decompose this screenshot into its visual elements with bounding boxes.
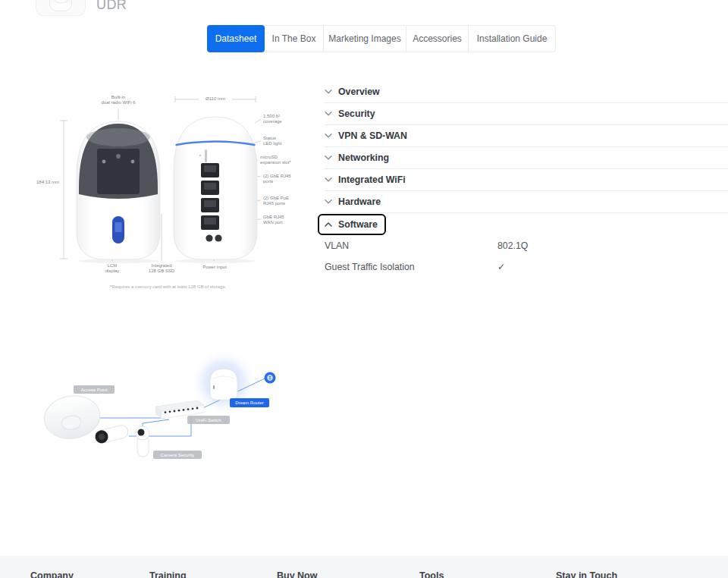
diagram-label-power: Power input	[196, 265, 234, 270]
accordion-section-networking[interactable]: Networking	[325, 147, 728, 169]
label-camera-security: Camera Security	[161, 453, 195, 457]
product-thumbnail-image	[49, 0, 72, 11]
chevron-down-icon	[325, 177, 332, 182]
network-topology-diagram: Access Point UniFi Switch Dream Router C…	[42, 347, 292, 469]
product-thumbnail[interactable]	[36, 0, 86, 16]
power-port	[206, 234, 212, 241]
globe-icon	[265, 372, 276, 384]
diagram-label-microsd: microSD expansion slot*	[260, 155, 297, 165]
chevron-down-icon	[325, 112, 332, 116]
accordion-section-security[interactable]: Security	[325, 103, 728, 125]
accordion-section-label: Security	[338, 108, 375, 119]
accordion-section-integrated-wifi[interactable]: Integrated WiFi	[325, 169, 728, 191]
spec-value: 802.1Q	[497, 240, 528, 251]
accordion-section-hardware[interactable]: Hardware	[325, 191, 728, 213]
page-title: UDR	[96, 0, 127, 13]
microsd-slot	[205, 149, 207, 162]
spec-label: Guest Traffic Isolation	[325, 262, 415, 272]
spec-accordion: Overview Security VPN & SD-WAN Networkin…	[325, 81, 728, 278]
diagram-label-lcm: LCM display	[97, 263, 127, 274]
diagram-footnote: *Requires a memory card with at least 12…	[110, 284, 307, 289]
checkmark-icon: ✓	[497, 262, 505, 272]
accordion-section-software[interactable]: Software	[318, 214, 386, 235]
accordion-section-label: Overview	[338, 86, 380, 97]
spec-label: VLAN	[325, 240, 349, 251]
chevron-down-icon	[325, 199, 332, 204]
accordion-section-label: Integrated WiFi	[338, 174, 406, 185]
product-page: UDR Datasheet In The Box Marketing Image…	[0, 0, 728, 578]
tab-marketing-images[interactable]: Marketing Images	[323, 25, 406, 52]
chevron-down-icon	[325, 90, 332, 94]
diagram-label-gbe-ports: (2) GbE RJ45 ports	[263, 174, 295, 184]
diagram-label-wan-port: GbE RJ45 WAN port	[263, 215, 292, 225]
diagram-label-status-led: Status LED light	[263, 136, 290, 146]
tab-installation-guide[interactable]: Installation Guide	[468, 25, 556, 52]
footer-heading-training: Training	[149, 570, 187, 578]
label-dream-router: Dream Router	[235, 401, 264, 405]
spec-row-vlan: VLAN 802.1Q	[325, 235, 728, 256]
diagram-label-diameter: Ø110 mm	[199, 96, 232, 102]
label-access-point: Access Point	[81, 388, 108, 392]
access-point-device	[41, 392, 103, 443]
accordion-section-label: VPN & SD-WAN	[338, 130, 407, 141]
footer: Company Training Buy Now Tools Stay in T…	[0, 556, 728, 578]
chevron-up-icon	[325, 222, 332, 227]
footer-heading-stay-in-touch: Stay in Touch	[556, 570, 617, 578]
accordion-section-label: Hardware	[338, 196, 381, 207]
tab-bar: Datasheet In The Box Marketing Images Ac…	[207, 25, 556, 52]
spec-row-guest-traffic-isolation: Guest Traffic Isolation ✓	[325, 256, 728, 278]
accordion-section-overview[interactable]: Overview	[325, 81, 728, 103]
router-front-cutaway-view	[77, 121, 160, 259]
tab-in-the-box[interactable]: In The Box	[264, 25, 324, 52]
diagram-label-ssd: Integrated 128 GB SSD	[144, 263, 179, 274]
tab-datasheet[interactable]: Datasheet	[207, 25, 265, 52]
diagram-label-coverage: 1,500 ft² coverage	[263, 114, 292, 124]
footer-heading-tools: Tools	[419, 570, 444, 578]
diagram-label-builtin-wifi: Built-in dual radio WiFi 6	[97, 95, 140, 105]
accordion-section-label: Networking	[338, 152, 389, 163]
compact-camera-device	[136, 426, 149, 457]
footer-heading-buy-now: Buy Now	[277, 570, 317, 578]
diagram-label-poe-ports: (2) GbE PoE RJ45 ports	[263, 196, 295, 206]
tab-accessories[interactable]: Accessories	[406, 25, 469, 52]
chevron-down-icon	[325, 134, 332, 138]
dream-router-device	[210, 369, 237, 400]
diagram-label-height: 184.13 mm	[35, 180, 61, 185]
label-switch: UniFi Switch	[196, 418, 221, 423]
accordion-section-label: Software	[338, 219, 378, 230]
chevron-down-icon	[325, 155, 332, 160]
bullet-camera-device	[94, 424, 130, 444]
router-rear-view	[174, 117, 257, 259]
accordion-section-vpn-sdwan[interactable]: VPN & SD-WAN	[325, 125, 728, 147]
footer-heading-company: Company	[30, 570, 74, 578]
